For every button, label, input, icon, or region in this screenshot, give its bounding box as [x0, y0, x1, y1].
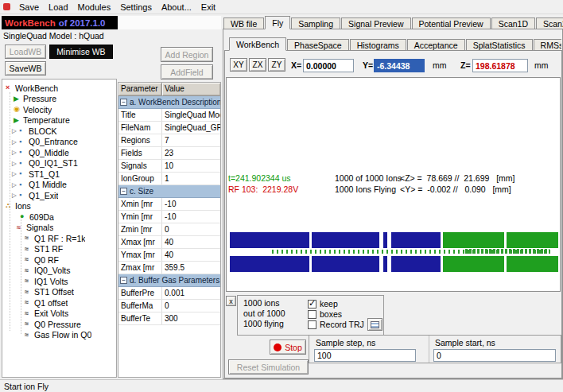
value-cell[interactable]: 10 [162, 160, 220, 172]
table-row[interactable]: Zmax [mr 359.5 [118, 262, 220, 274]
value-cell[interactable]: 40 [162, 236, 220, 248]
tree-item[interactable]: ◉ Velocity [2, 104, 116, 115]
table-row[interactable]: c. Size [118, 185, 220, 198]
menu-item[interactable]: Settings [115, 2, 157, 13]
collapse-icon[interactable] [120, 277, 127, 284]
tab[interactable]: SplatStatistics [466, 39, 533, 51]
tree-item[interactable]: ≈ IQ1 Volts [2, 276, 116, 287]
table-row[interactable]: BufferTe 300 [118, 312, 220, 325]
tree-item[interactable]: ≈ Gas Flow in Q0 [2, 330, 116, 341]
table-row[interactable]: IonGroup 1 [118, 173, 220, 185]
projection-button[interactable]: XY [230, 58, 247, 72]
value-cell[interactable]: -10 [162, 198, 220, 210]
tree-item[interactable]: ≈ Signals [2, 223, 116, 234]
keep-checkbox[interactable]: keep [308, 299, 338, 309]
table-row[interactable]: Ymin [mr -10 [118, 211, 220, 223]
table-row[interactable]: Fields 23 [118, 147, 220, 160]
expander-icon[interactable] [12, 128, 19, 134]
collapse-icon[interactable] [120, 99, 127, 106]
value-cell[interactable]: 300 [162, 312, 220, 324]
expander-icon[interactable] [12, 139, 19, 146]
tree-item[interactable]: ≈ Exit Volts [2, 309, 116, 320]
addfield-button[interactable]: AddField [161, 64, 213, 80]
menu-item[interactable]: Save [14, 2, 44, 13]
x-coordinate-input[interactable] [303, 59, 354, 72]
tree-item[interactable]: ≈ Q0 Pressure [2, 319, 116, 330]
tree-item[interactable]: ▪ Q1 Middle [2, 180, 116, 191]
section-row[interactable]: c. Size [118, 185, 220, 197]
table-row[interactable]: Title SingleQuad Mod [118, 109, 220, 122]
tab[interactable]: PhaseSpace [287, 39, 349, 51]
tree-item[interactable]: ≈ Q1 RF : R=1k [2, 233, 116, 244]
sample-step-input[interactable] [314, 349, 416, 362]
close-overlay-button[interactable]: x [226, 296, 236, 306]
add-region-button[interactable]: Add Region [161, 47, 213, 62]
record-trj-checkbox[interactable]: Record TRJ [308, 320, 364, 329]
menu-item[interactable]: About... [157, 2, 196, 13]
tree-item[interactable]: ≈ Q1 offset [2, 297, 116, 309]
tree-item[interactable]: ∴ Ions [2, 201, 116, 212]
expander-icon[interactable] [12, 149, 19, 156]
menu-item[interactable]: Modules [73, 2, 116, 13]
expander-icon[interactable] [12, 161, 19, 167]
value-cell[interactable]: 359.5 [162, 262, 220, 274]
tab[interactable]: Potential Preview [412, 17, 491, 29]
tab[interactable]: Sampling [291, 17, 340, 29]
z-coordinate-input[interactable] [472, 59, 528, 72]
y-coordinate-input[interactable] [374, 59, 425, 72]
table-row[interactable]: d. Buffer Gas Parameters [118, 274, 220, 287]
loadwb-button[interactable]: LoadWB [5, 45, 46, 59]
table-row[interactable]: Signals 10 [118, 160, 220, 173]
minimise-wb-button[interactable]: Minimise WB [49, 45, 113, 59]
value-cell[interactable]: 7 [162, 134, 220, 146]
tree-item[interactable]: ≈ Q0 RF [2, 254, 116, 266]
tree-item[interactable]: ≈ ST1 Offset [2, 287, 116, 298]
table-row[interactable]: a. WorkBench Description [118, 96, 220, 109]
tree-item[interactable]: ≈ ST1 RF [2, 244, 116, 255]
table-row[interactable]: Xmin [mr -10 [118, 198, 220, 211]
projection-button[interactable]: ZX [249, 58, 266, 72]
table-row[interactable]: BufferPre 0.001 [118, 287, 220, 300]
section-row[interactable]: a. WorkBench Description [118, 96, 220, 108]
tree-item[interactable]: ▪ Q0_IQ1_ST1 [2, 158, 116, 169]
tree-item[interactable]: ▪ Q0_Entrance [2, 137, 116, 148]
table-row[interactable]: BufferMa 0 [118, 300, 220, 312]
value-cell[interactable]: 1 [162, 173, 220, 184]
expander-icon[interactable] [12, 192, 19, 199]
value-cell[interactable]: SingleQuad Mod [162, 109, 220, 121]
value-cell[interactable]: 0 [162, 223, 220, 235]
tab[interactable]: Scan1D [491, 17, 535, 29]
sample-start-input[interactable] [433, 349, 556, 362]
projection-button[interactable]: ZY [268, 58, 285, 72]
table-row[interactable]: Ymax [mr 40 [118, 249, 220, 262]
tab[interactable]: Scan2D [536, 17, 563, 29]
simulation-viewport[interactable]: t=241.902344 us RF 103: 2219.28V 1000 of… [226, 77, 561, 292]
value-cell[interactable]: SingleQuad_GF2 [162, 122, 220, 134]
tree-item[interactable]: ≈ IQ0_Volts [2, 266, 116, 277]
reset-simulation-button[interactable]: Reset Simulation [228, 359, 309, 375]
stop-button[interactable]: Stop [270, 340, 306, 355]
value-cell[interactable]: 0 [162, 300, 220, 312]
tree-item[interactable]: ▪ ST1_Q1 [2, 169, 116, 180]
tree-item[interactable]: ● 609Da [2, 212, 116, 223]
table-row[interactable]: Zmin [mr 0 [118, 223, 220, 236]
expander-icon[interactable] [12, 182, 19, 188]
value-cell[interactable]: -10 [162, 211, 220, 223]
record-trj-button[interactable] [367, 318, 382, 331]
table-row[interactable]: FileNam SingleQuad_GF2 [118, 122, 220, 134]
value-cell[interactable]: 40 [162, 249, 220, 261]
expander-icon[interactable] [12, 171, 19, 177]
tree-item[interactable]: ▪ Q0_Middle [2, 147, 116, 158]
table-row[interactable]: Regions 7 [118, 134, 220, 147]
tree-item[interactable]: ▪ Q1_Exit [2, 190, 116, 201]
tree-item[interactable]: ▪ BLOCK [2, 126, 116, 137]
tab[interactable]: RMSstatistics [534, 39, 561, 51]
boxes-checkbox[interactable]: boxes [308, 309, 342, 319]
tab[interactable]: WorkBench [229, 37, 286, 51]
value-cell[interactable]: 0.001 [162, 287, 220, 299]
savewb-button[interactable]: SaveWB [5, 61, 46, 76]
tree-item[interactable]: ▶ Temperature [2, 115, 116, 126]
tab[interactable]: Fly [265, 16, 290, 29]
table-row[interactable]: Xmax [mr 40 [118, 236, 220, 249]
collapse-icon[interactable] [120, 188, 127, 195]
